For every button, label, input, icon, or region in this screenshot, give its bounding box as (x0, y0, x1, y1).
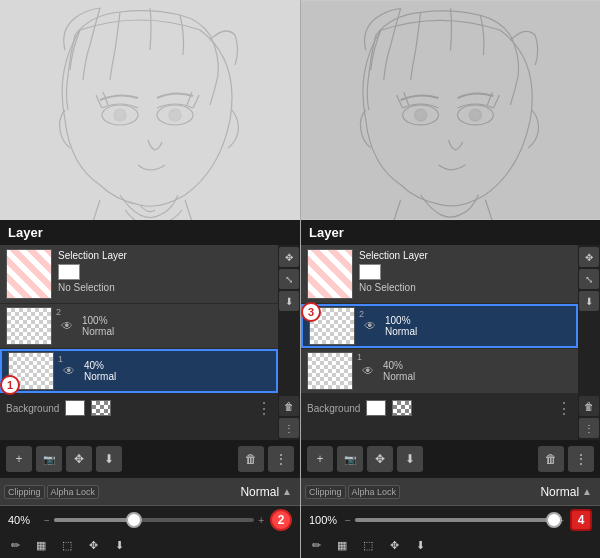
left-bg-thumb-checker (91, 400, 111, 416)
left-tool-select[interactable]: ⬚ (56, 536, 78, 554)
right-opacity-slider[interactable] (355, 518, 554, 522)
right-icon-dots[interactable]: ⋮ (579, 418, 599, 438)
left-blend-mode-row[interactable]: Clipping Alpha Lock Normal ▲ (0, 478, 300, 506)
right-background-row[interactable]: Background ⋮ (301, 394, 578, 422)
right-layer-panel: Layer Selection Layer No Selection (301, 220, 600, 478)
left-canvas (0, 0, 300, 220)
right-blend-mode-row[interactable]: Clipping Alpha Lock Normal ▲ (301, 478, 600, 506)
right-blend-arrow: ▲ (582, 486, 592, 497)
left-tool-fill[interactable]: ▦ (30, 536, 52, 554)
badge-4[interactable]: 4 (570, 509, 592, 531)
left-bg-dots[interactable]: ⋮ (256, 399, 272, 418)
left-tool-brush[interactable]: ✏ (4, 536, 26, 554)
left-selection-thumb (6, 249, 52, 299)
left-icon-move[interactable]: ✥ (279, 247, 299, 267)
right-clipping-tab[interactable]: Clipping (305, 485, 346, 499)
left-minus-btn[interactable]: − (44, 515, 50, 526)
left-icons-col: ✥ ⤡ ⬇ 🗑 ⋮ (278, 245, 300, 440)
left-layer1-row[interactable]: 1 1 👁 40% Normal (0, 349, 278, 393)
left-icon-down[interactable]: ⬇ (279, 291, 299, 311)
right-layer2-eye[interactable]: 👁 (361, 317, 379, 335)
left-layer2-eye[interactable]: 👁 (58, 317, 76, 335)
left-opacity-slider[interactable] (54, 518, 254, 522)
right-trash-btn[interactable]: 🗑 (538, 446, 564, 472)
svg-rect-8 (301, 0, 600, 219)
left-clipping-tab[interactable]: Clipping (4, 485, 45, 499)
right-layer2-blend: Normal (385, 326, 417, 337)
left-layer1-num: 1 (58, 354, 63, 364)
left-layer-controls: + 📷 ✥ ⬇ 🗑 ⋮ (0, 440, 300, 478)
right-layer1-blend: Normal (383, 371, 415, 382)
svg-point-1 (114, 109, 126, 121)
left-background-row[interactable]: Background ⋮ (0, 394, 278, 422)
right-layer1-row[interactable]: 1 👁 40% Normal (301, 349, 578, 393)
left-layer2-blend: Normal (82, 326, 114, 337)
left-camera-btn[interactable]: 📷 (36, 446, 62, 472)
right-bg-dots[interactable]: ⋮ (556, 399, 572, 418)
right-layer-header: Layer (301, 220, 600, 245)
right-alphalock-tab[interactable]: Alpha Lock (348, 485, 401, 499)
left-layer1-eye[interactable]: 👁 (60, 362, 78, 380)
left-alphalock-tab[interactable]: Alpha Lock (47, 485, 100, 499)
left-layer-header: Layer (0, 220, 300, 245)
left-move-btn[interactable]: ✥ (66, 446, 92, 472)
right-minus-btn[interactable]: − (345, 515, 351, 526)
left-toolbar-row: ✏ ▦ ⬚ ✥ ⬇ (0, 534, 300, 556)
left-slider-thumb (126, 512, 142, 528)
right-icon-trash[interactable]: 🗑 (579, 396, 599, 416)
right-bottom-bar: Clipping Alpha Lock Normal ▲ 100% − + 4 (301, 478, 600, 558)
left-icon-transform[interactable]: ⤡ (279, 269, 299, 289)
right-tool-fill[interactable]: ▦ (331, 536, 353, 554)
left-layer2-row[interactable]: 2 👁 100% Normal (0, 304, 278, 348)
right-tool-brush[interactable]: ✏ (305, 536, 327, 554)
svg-point-3 (169, 109, 181, 121)
right-down-btn[interactable]: ⬇ (397, 446, 423, 472)
right-layers-wrapper: Selection Layer No Selection 3 2 👁 1 (301, 245, 600, 440)
right-icons-col: ✥ ⤡ ⬇ 🗑 ⋮ (578, 245, 600, 440)
right-tool-select[interactable]: ⬚ (357, 536, 379, 554)
right-layer-controls: + 📷 ✥ ⬇ 🗑 ⋮ (301, 440, 600, 478)
right-tool-arrow-down[interactable]: ⬇ (409, 536, 431, 554)
left-down-btn[interactable]: ⬇ (96, 446, 122, 472)
right-tool-move[interactable]: ✥ (383, 536, 405, 554)
right-camera-btn[interactable]: 📷 (337, 446, 363, 472)
right-selection-label: Selection Layer (359, 249, 428, 262)
right-add-btn[interactable]: + (307, 446, 333, 472)
left-more-btn[interactable]: ⋮ (268, 446, 294, 472)
right-layer1-eye[interactable]: 👁 (359, 362, 377, 380)
right-icon-down[interactable]: ⬇ (579, 291, 599, 311)
left-layer1-blend: Normal (84, 371, 116, 382)
right-layer2-num: 2 (359, 309, 364, 319)
left-tool-move[interactable]: ✥ (82, 536, 104, 554)
right-layer2-opacity: 100% (385, 315, 417, 326)
left-layer1-opacity: 40% (84, 360, 116, 371)
right-opacity-value: 100% (309, 514, 339, 526)
right-layer1-opacity: 40% (383, 360, 415, 371)
left-add-btn[interactable]: + (6, 446, 32, 472)
left-icon-trash[interactable]: 🗑 (279, 396, 299, 416)
right-move-btn[interactable]: ✥ (367, 446, 393, 472)
right-layer2-row[interactable]: 3 2 👁 100% Normal (301, 304, 578, 348)
right-selection-inner-thumb (359, 264, 381, 280)
left-layers-wrapper: Selection Layer No Selection 2 👁 100% No… (0, 245, 300, 440)
left-selection-inner-thumb (58, 264, 80, 280)
left-selection-layer-row[interactable]: Selection Layer No Selection (0, 245, 278, 303)
right-selection-layer-row[interactable]: Selection Layer No Selection (301, 245, 578, 303)
badge-3: 3 (301, 302, 321, 322)
left-icon-dots[interactable]: ⋮ (279, 418, 299, 438)
left-layer2-thumb (6, 307, 52, 345)
right-panel: Layer Selection Layer No Selection (300, 0, 600, 558)
right-bg-thumb-white (366, 400, 386, 416)
left-layer-panel: Layer Selection Layer No Selection 2 (0, 220, 300, 478)
left-bottom-bar: Clipping Alpha Lock Normal ▲ 40% − + 2 (0, 478, 300, 558)
left-trash-btn[interactable]: 🗑 (238, 446, 264, 472)
left-opacity-value: 40% (8, 514, 38, 526)
badge-2: 2 (270, 509, 292, 531)
right-icon-move[interactable]: ✥ (579, 247, 599, 267)
left-blend-tabs: Clipping Alpha Lock (0, 485, 103, 499)
right-more-btn[interactable]: ⋮ (568, 446, 594, 472)
right-icon-transform[interactable]: ⤡ (579, 269, 599, 289)
left-plus-btn[interactable]: + (258, 515, 264, 526)
left-opacity-row: 40% − + 2 (0, 506, 300, 534)
left-tool-arrow-down[interactable]: ⬇ (108, 536, 130, 554)
